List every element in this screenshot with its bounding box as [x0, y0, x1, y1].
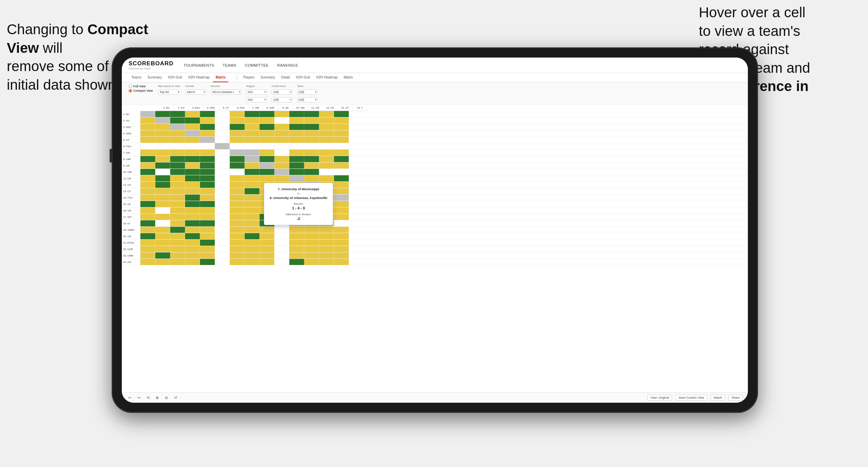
matrix-cell[interactable]: [200, 143, 215, 149]
matrix-cell[interactable]: [230, 182, 245, 188]
matrix-cell[interactable]: [245, 207, 260, 214]
matrix-cell[interactable]: [289, 143, 304, 149]
matrix-cell[interactable]: [140, 130, 155, 136]
matrix-cell[interactable]: [215, 137, 230, 143]
matrix-cell[interactable]: [200, 137, 215, 143]
matrix-cell[interactable]: [304, 117, 319, 124]
matrix-cell[interactable]: [319, 124, 334, 130]
matrix-cell[interactable]: [215, 130, 230, 136]
matrix-cell[interactable]: [274, 252, 289, 259]
matrix-cell[interactable]: [185, 233, 200, 239]
matrix-cell[interactable]: [200, 195, 215, 201]
matrix-cell[interactable]: [140, 162, 155, 169]
matrix-cell[interactable]: [230, 220, 245, 226]
matrix-cell[interactable]: [200, 111, 215, 117]
matrix-cell[interactable]: [230, 169, 245, 175]
matrix-cell[interactable]: [289, 240, 304, 246]
nav-rankings[interactable]: RANKINGS: [277, 62, 298, 69]
matrix-cell[interactable]: [185, 227, 200, 233]
matrix-cell[interactable]: [334, 195, 349, 201]
sub-tab-matrix2[interactable]: Matrix: [341, 73, 356, 82]
matrix-cell[interactable]: [215, 214, 230, 220]
matrix-cell[interactable]: [245, 201, 260, 207]
matrix-cell[interactable]: [215, 175, 230, 181]
matrix-cell[interactable]: [200, 188, 215, 194]
matrix-cell[interactable]: [155, 130, 170, 136]
matrix-cell[interactable]: [200, 156, 215, 162]
matrix-cell[interactable]: [260, 111, 274, 117]
matrix-cell[interactable]: [304, 252, 319, 259]
full-view-option[interactable]: Full View: [129, 85, 153, 88]
matrix-cell[interactable]: [185, 143, 200, 149]
matrix-cell[interactable]: [289, 162, 304, 169]
zoom-out-icon[interactable]: ⊖: [163, 395, 169, 401]
matrix-cell[interactable]: [215, 143, 230, 149]
matrix-cell[interactable]: [185, 137, 200, 143]
matrix-cell[interactable]: [260, 137, 274, 143]
matrix-cell[interactable]: [230, 130, 245, 136]
matrix-cell[interactable]: [230, 111, 245, 117]
matrix-cell[interactable]: [289, 130, 304, 136]
sub-tab-h2hgrid1[interactable]: H2H Grid: [165, 73, 185, 82]
matrix-cell[interactable]: [334, 227, 349, 233]
matrix-cell[interactable]: [260, 240, 274, 246]
matrix-cell[interactable]: [245, 233, 260, 239]
conference-select1[interactable]: (All): [272, 89, 292, 95]
matrix-cell[interactable]: [304, 169, 319, 175]
matrix-cell[interactable]: [185, 220, 200, 226]
matrix-cell[interactable]: [200, 214, 215, 220]
matrix-cell[interactable]: [260, 252, 274, 259]
matrix-cell[interactable]: [155, 188, 170, 194]
matrix-cell[interactable]: [319, 156, 334, 162]
matrix-cell[interactable]: [140, 227, 155, 233]
matrix-cell[interactable]: [215, 188, 230, 194]
matrix-cell[interactable]: [319, 169, 334, 175]
matrix-cell[interactable]: [170, 246, 185, 252]
matrix-cell[interactable]: [185, 214, 200, 220]
matrix-cell[interactable]: [200, 233, 215, 239]
max-teams-select[interactable]: Top 50 Top 25 All: [158, 89, 178, 95]
matrix-cell[interactable]: [319, 246, 334, 252]
matrix-cell[interactable]: [230, 156, 245, 162]
matrix-cell[interactable]: [170, 214, 185, 220]
matrix-cell[interactable]: [304, 156, 319, 162]
matrix-cell[interactable]: [274, 240, 289, 246]
matrix-cell[interactable]: [140, 195, 155, 201]
matrix-cell[interactable]: [155, 162, 170, 169]
matrix-cell[interactable]: [215, 117, 230, 124]
matrix-cell[interactable]: [260, 233, 274, 239]
matrix-cell[interactable]: [289, 169, 304, 175]
matrix-cell[interactable]: [215, 259, 230, 265]
nav-committee[interactable]: COMMITTEE: [245, 62, 269, 69]
matrix-cell[interactable]: [200, 220, 215, 226]
matrix-cell[interactable]: [140, 201, 155, 207]
matrix-cell[interactable]: [170, 259, 185, 265]
matrix-cell[interactable]: [245, 137, 260, 143]
sub-tab-h2hheatmap1[interactable]: H2H Heatmap: [185, 73, 212, 82]
matrix-cell[interactable]: [140, 169, 155, 175]
matrix-cell[interactable]: [230, 246, 245, 252]
matrix-cell[interactable]: [319, 227, 334, 233]
matrix-cell[interactable]: [200, 252, 215, 259]
region-select2[interactable]: N/A: [246, 97, 267, 103]
sub-tab-summary1[interactable]: Summary: [144, 73, 164, 82]
matrix-cell[interactable]: [260, 143, 274, 149]
matrix-cell[interactable]: [334, 156, 349, 162]
matrix-cell[interactable]: [200, 124, 215, 130]
matrix-cell[interactable]: [334, 207, 349, 214]
redo-icon[interactable]: ↪: [136, 395, 142, 401]
matrix-cell[interactable]: [304, 259, 319, 265]
matrix-cell[interactable]: [155, 182, 170, 188]
matrix-cell[interactable]: [260, 162, 274, 169]
matrix-cell[interactable]: [230, 240, 245, 246]
matrix-cell[interactable]: [215, 201, 230, 207]
matrix-cell[interactable]: [200, 162, 215, 169]
matrix-cell[interactable]: [155, 207, 170, 214]
matrix-cell[interactable]: [230, 214, 245, 220]
matrix-cell[interactable]: [274, 137, 289, 143]
matrix-cell[interactable]: [185, 111, 200, 117]
nav-teams[interactable]: TEAMS: [223, 62, 236, 69]
matrix-cell[interactable]: [170, 169, 185, 175]
matrix-cell[interactable]: [260, 227, 274, 233]
matrix-cell[interactable]: [304, 150, 319, 156]
